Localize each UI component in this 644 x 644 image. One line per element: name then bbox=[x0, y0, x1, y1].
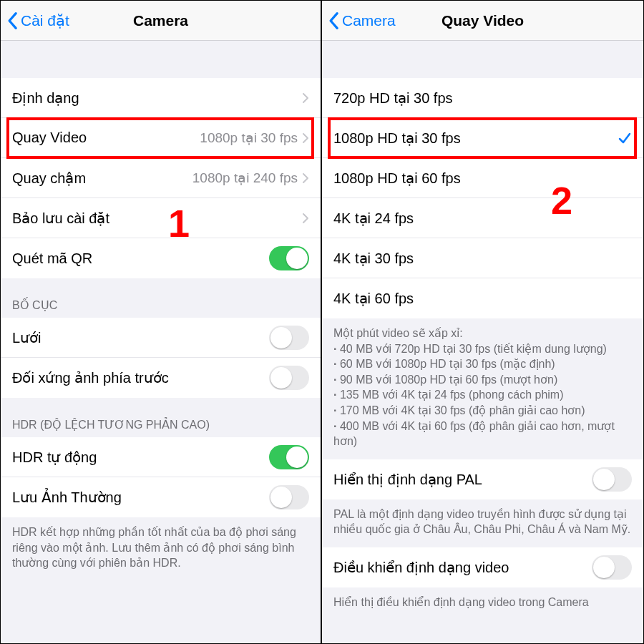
hdr-footer: HDR kết hợp những phần tốt nhất của ba đ… bbox=[1, 517, 321, 581]
pal-footer: PAL là một định dạng video truyền hình đ… bbox=[322, 499, 643, 547]
section-header-layout: BỐ CỤC bbox=[1, 278, 321, 318]
row-scan-qr: Quét mã QR bbox=[1, 238, 321, 278]
record-video-panel: Camera Quay Video 720p HD tại 30 fps 108… bbox=[322, 1, 643, 643]
label: Đối xứng ảnh phía trước bbox=[12, 369, 269, 386]
label: Định dạng bbox=[12, 89, 302, 107]
value: 1080p tại 240 fps bbox=[192, 170, 298, 186]
option-4k-30[interactable]: 4K tại 30 fps bbox=[322, 238, 643, 278]
step-number-2: 2 bbox=[551, 178, 572, 223]
section-header-hdr: HDR (ĐỘ LỆCH TƯƠNG PHẢN CAO) bbox=[1, 398, 321, 437]
toggle-mirror-front[interactable] bbox=[269, 366, 309, 390]
row-keep-normal: Lưu Ảnh Thường bbox=[1, 477, 321, 517]
row-format[interactable]: Định dạng bbox=[1, 78, 321, 118]
row-mirror-front: Đối xứng ảnh phía trước bbox=[1, 358, 321, 398]
navbar: Camera Quay Video bbox=[322, 1, 643, 41]
row-slomo[interactable]: Quay chậm 1080p tại 240 fps bbox=[1, 158, 321, 198]
chevron-left-icon bbox=[6, 11, 18, 30]
row-grid: Lưới bbox=[1, 318, 321, 358]
chevron-right-icon bbox=[302, 132, 309, 144]
label: Lưới bbox=[12, 329, 269, 346]
label: Quay chậm bbox=[12, 170, 192, 187]
option-4k-60[interactable]: 4K tại 60 fps bbox=[322, 278, 643, 318]
value: 1080p tại 30 fps bbox=[200, 130, 298, 146]
chevron-right-icon bbox=[302, 172, 309, 184]
footer-item: 170 MB với 4K tại 30 fps (độ phân giải c… bbox=[333, 403, 632, 419]
label: Điều khiển định dạng video bbox=[333, 559, 592, 576]
footer-item: 90 MB với 1080p HD tại 60 fps (mượt hơn) bbox=[333, 372, 632, 388]
back-label: Camera bbox=[342, 12, 396, 29]
label: Hiển thị định dạng PAL bbox=[333, 471, 592, 488]
row-video-format-control: Điều khiển định dạng video bbox=[322, 547, 643, 587]
toggle-show-pal[interactable] bbox=[592, 467, 632, 492]
row-show-pal: Hiển thị định dạng PAL bbox=[322, 459, 643, 499]
checkmark-icon bbox=[618, 131, 632, 145]
option-1080p-60[interactable]: 1080p HD tại 60 fps bbox=[322, 158, 643, 198]
back-button[interactable]: Camera bbox=[322, 11, 396, 30]
label: 4K tại 24 fps bbox=[333, 210, 632, 227]
video-ctrl-footer: Hiển thị điều khiển định dạng video tron… bbox=[322, 587, 643, 613]
back-button[interactable]: Cài đặt bbox=[1, 11, 69, 30]
label: 720p HD tại 30 fps bbox=[333, 89, 632, 107]
footer-item: 400 MB với 4K tại 60 fps (độ phân giải c… bbox=[333, 419, 632, 449]
chevron-left-icon bbox=[328, 11, 339, 30]
toggle-hdr-auto[interactable] bbox=[269, 445, 309, 469]
toggle-grid[interactable] bbox=[269, 326, 309, 350]
footer-item: 135 MB với 4K tại 24 fps (phong cách phi… bbox=[333, 387, 632, 403]
option-1080p-30[interactable]: 1080p HD tại 30 fps bbox=[322, 118, 643, 158]
footer-item: 60 MB với 1080p HD tại 30 fps (mặc định) bbox=[333, 356, 632, 372]
label: Quay Video bbox=[12, 130, 200, 146]
option-4k-24[interactable]: 4K tại 24 fps bbox=[322, 198, 643, 238]
navbar: Cài đặt Camera bbox=[1, 1, 321, 41]
camera-settings-panel: Cài đặt Camera Định dạng Quay Video 1080… bbox=[1, 1, 322, 643]
label: Quét mã QR bbox=[12, 250, 269, 267]
row-preserve-settings[interactable]: Bảo lưu cài đặt bbox=[1, 198, 321, 238]
label: 1080p HD tại 60 fps bbox=[333, 170, 632, 187]
toggle-scan-qr[interactable] bbox=[269, 246, 309, 270]
row-record-video[interactable]: Quay Video 1080p tại 30 fps bbox=[1, 118, 321, 158]
label: 4K tại 60 fps bbox=[333, 290, 632, 307]
chevron-right-icon bbox=[302, 213, 309, 224]
footer-lead: Một phút video sẽ xấp xỉ: bbox=[333, 326, 632, 341]
label: HDR tự động bbox=[12, 449, 269, 466]
option-720p-30[interactable]: 720p HD tại 30 fps bbox=[322, 78, 643, 118]
toggle-video-format-control[interactable] bbox=[592, 555, 632, 580]
row-hdr-auto: HDR tự động bbox=[1, 437, 321, 477]
chevron-right-icon bbox=[302, 92, 309, 104]
label: 1080p HD tại 30 fps bbox=[333, 130, 618, 147]
label: Bảo lưu cài đặt bbox=[12, 210, 302, 227]
label: Lưu Ảnh Thường bbox=[12, 489, 269, 506]
size-footer: Một phút video sẽ xấp xỉ: 40 MB với 720p… bbox=[322, 318, 643, 459]
toggle-keep-normal[interactable] bbox=[269, 485, 309, 509]
footer-item: 40 MB với 720p HD tại 30 fps (tiết kiệm … bbox=[333, 341, 632, 357]
step-number-1: 1 bbox=[168, 201, 190, 245]
label: 4K tại 30 fps bbox=[333, 250, 632, 267]
back-label: Cài đặt bbox=[21, 12, 69, 29]
